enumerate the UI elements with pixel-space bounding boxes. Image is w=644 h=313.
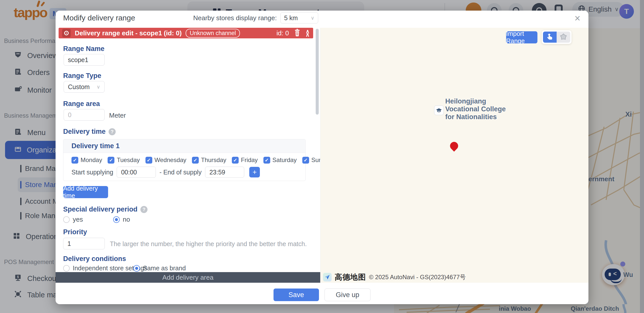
modify-delivery-range-modal: Modify delivery range Nearby stores disp… [56,11,588,304]
day-label: Saturday [273,156,297,164]
range-name-label: Range Name [63,45,105,53]
give-up-button[interactable]: Give up [325,289,370,301]
college-poi-label: Heilongjiang Vocational College for Nati… [445,97,506,121]
radio-on-icon [113,216,120,223]
banner-title: Delivery range edit - scope1 (id: 0) [75,29,182,37]
nearby-range-select[interactable]: 5 km ∨ [280,12,318,23]
visibility-toggle[interactable] [62,29,71,37]
priority-hint: The larger the number, the higher the pr… [110,240,307,248]
chevron-down-icon: ∨ [311,15,314,21]
help-icon[interactable]: ? [109,128,116,135]
map-pin-icon[interactable] [448,140,460,151]
range-type-label: Range Type [63,72,101,80]
close-icon[interactable]: × [575,13,580,23]
polygon-icon [560,33,567,41]
poi-line: Heilongjiang [445,97,506,105]
radio-label: yes [73,216,83,223]
delivery-days-row: ✓Monday ✓Tuesday ✓Wednesday ✓Thursday ✓F… [71,156,332,164]
pan-tool-button[interactable] [543,32,557,43]
delivery-time-card: Delivery time 1 ✓Monday ✓Tuesday ✓Wednes… [63,139,306,181]
delivery-conditions-label: Delivery conditions [63,255,126,263]
add-delivery-area-bar[interactable]: Add delivery area [56,272,320,283]
modal-title: Modify delivery range [63,11,135,25]
delivery-time-card-title: Delivery time 1 [63,139,305,153]
priority-value: 1 [67,240,71,247]
range-area-label: Range area [63,100,100,108]
range-type-value: Custom [68,83,90,91]
add-delivery-time-button[interactable]: Add delivery time [63,186,108,198]
range-area-input[interactable]: 0 [64,109,105,121]
college-poi-icon [434,106,444,115]
priority-input[interactable]: 1 [63,238,105,249]
checkbox-checked-icon: ✓ [145,157,152,164]
banner-id: id: 0 [277,29,289,37]
delivery-time-label-text: Delivery time [63,128,106,136]
amap-logo-icon [323,273,332,281]
priority-label: Priority [63,228,87,236]
nearby-range-label: Nearby stores display range: [193,14,277,22]
radio-label: Same as brand [143,265,186,272]
range-banner: Delivery range edit - scope1 (id: 0) Unk… [59,28,313,38]
draw-polygon-button[interactable] [557,32,570,43]
amap-brand: 高德地图 [335,272,366,282]
range-type-select[interactable]: Custom ∨ [64,81,105,93]
range-name-input[interactable]: scope1 [64,54,105,66]
screen: tappo Mo Tappo Management [0,0,644,313]
delivery-times-row: Start supplying 00:00 - End of supply 23… [71,167,260,178]
checkbox-checked-icon: ✓ [108,157,114,164]
checkbox-checked-icon: ✓ [192,157,199,164]
trash-icon[interactable] [294,29,301,37]
day-checkbox-wednesday[interactable]: ✓Wednesday [145,156,186,164]
day-label: Tuesday [117,156,140,164]
end-supply-label: - End of supply [159,169,202,176]
form-scrollbar[interactable] [316,29,319,115]
day-checkbox-tuesday[interactable]: ✓Tuesday [108,156,140,164]
map-tool-toggle [542,30,572,44]
checkbox-checked-icon: ✓ [302,157,309,164]
nearby-range-value: 5 km [284,14,298,22]
end-time-input[interactable]: 23:59 [205,167,244,178]
range-name-value: scope1 [68,56,88,64]
start-supplying-label: Start supplying [71,169,113,176]
day-checkbox-friday[interactable]: ✓Friday [232,156,258,164]
attribution-text: © 2025 AutoNavi - GS(2023)4677号 [369,273,466,281]
day-checkbox-saturday[interactable]: ✓Saturday [263,156,297,164]
channel-badge: Unknown channel [186,29,240,38]
eye-icon [64,31,69,35]
special-delivery-label-text: Special delivery period [63,205,137,213]
poi-line: for Nationalities [445,113,506,121]
checkbox-checked-icon: ✓ [71,157,78,164]
start-time-input[interactable]: 00:00 [117,167,156,178]
end-time-value: 23:59 [209,169,225,176]
radio-label: no [123,216,130,223]
import-range-button[interactable]: Import Range [506,31,537,43]
help-icon[interactable]: ? [140,206,147,213]
nearby-range-group: Nearby stores display range: 5 km ∨ [193,11,318,25]
start-time-value: 00:00 [121,169,137,176]
special-yes-radio[interactable]: yes [63,216,83,223]
hand-pointer-icon [546,33,553,41]
day-checkbox-monday[interactable]: ✓Monday [71,156,102,164]
checkbox-checked-icon: ✓ [263,157,270,164]
radio-off-icon [63,265,70,272]
save-button[interactable]: Save [274,289,319,301]
delivery-time-label: Delivery time ? [63,128,116,136]
day-label: Monday [81,156,102,164]
day-checkbox-thursday[interactable]: ✓Thursday [192,156,226,164]
range-area-placeholder: 0 [68,111,71,119]
radio-off-icon [63,216,70,223]
map-canvas[interactable]: Import Range Heilongjiang Vocatio [320,28,588,283]
checkbox-checked-icon: ✓ [232,157,239,164]
special-no-radio[interactable]: no [113,216,130,223]
day-label: Wednesday [155,156,186,164]
map-attribution: 高德地图 © 2025 AutoNavi - GS(2023)4677号 [323,272,466,282]
chevron-down-icon: ∨ [96,84,100,90]
special-delivery-label: Special delivery period ? [63,205,147,213]
range-area-unit: Meter [109,112,126,119]
condition-brand-radio[interactable]: Same as brand [133,265,186,272]
radio-on-icon [133,265,140,272]
poi-line: Vocational College [445,105,506,113]
add-time-slot-button[interactable]: + [249,167,260,177]
day-label: Thursday [201,156,226,164]
collapse-icon[interactable]: ∧∧ [306,30,310,36]
